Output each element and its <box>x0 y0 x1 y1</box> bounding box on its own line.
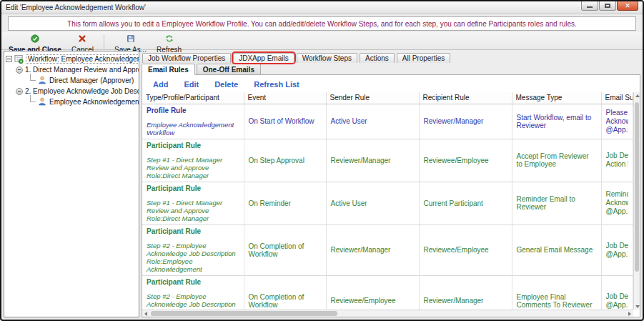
rule-type: Profile Rule <box>147 107 239 114</box>
edit-link[interactable]: Edit <box>184 80 199 89</box>
cell-email-subject: Job Descripti <box>606 292 629 301</box>
close-button[interactable]: ✕ <box>617 1 638 11</box>
minimize-button[interactable] <box>581 1 598 11</box>
col-event[interactable]: Event <box>244 92 326 104</box>
add-link[interactable]: Add <box>153 80 168 89</box>
workflow-tree-panel: Workflow: Employee Acknowledgement Workf… <box>4 51 139 317</box>
table-header-row: Type/Profile/Participant Event Sender Ru… <box>142 92 633 104</box>
sub-tabs: Email Rules One-Off Emails <box>142 63 640 75</box>
cell-event: On Start of Workflow <box>249 117 314 125</box>
maximize-button[interactable] <box>599 1 616 11</box>
cell-sender: Active User <box>331 117 367 125</box>
tab-job-workflow-properties[interactable]: Job Workflow Properties <box>142 53 231 63</box>
tree-participant-employee-ack[interactable]: Employee Acknowledgement (Approver) <box>6 97 137 107</box>
window-controls: ✕ <box>581 1 638 11</box>
info-banner-text: This form allows you to edit a Employee … <box>67 20 577 28</box>
email-rules-content: Add Edit Delete Refresh List Type/Profil… <box>142 74 640 317</box>
tree-step-1-label[interactable]: 1. Direct Manager Review and Approve <box>25 66 139 74</box>
subtab-one-off-emails[interactable]: One-Off Emails <box>197 64 261 75</box>
toolbar: Save and Close Cancel Save As... Refresh <box>1 32 643 50</box>
tree-participant-1-label[interactable]: Direct Manager (Approver) <box>49 76 134 84</box>
horizontal-scrollbar-thumb[interactable] <box>151 311 337 316</box>
cell-email-subject: Job Descripti <box>606 152 629 160</box>
col-recipient-rule[interactable]: Recipient Rule <box>419 92 512 104</box>
edit-workflow-dialog: Edit 'Employee Acknowledgement Workflow'… <box>0 0 644 321</box>
cancel-x-icon <box>78 33 86 46</box>
cell-message-type: Employee Final Comments To Reviewer <box>517 293 593 309</box>
scroll-right-icon[interactable] <box>626 310 633 317</box>
rule-detail: Step #1 - Direct Manager Review and Appr… <box>147 156 239 172</box>
cell-recipient: Reviewee/Employee <box>424 157 489 164</box>
toolbar-separator <box>104 34 104 49</box>
window-title: Edit 'Employee Acknowledgement Workflow' <box>6 4 146 11</box>
tree-step-2-label[interactable]: 2. Employee Acknowledge Job Description <box>25 87 139 95</box>
rule-type: Participant Rule <box>147 278 239 286</box>
cell-event: On Completion of Workflow <box>249 293 304 309</box>
col-email-subject[interactable]: Email Subject <box>601 92 633 104</box>
tree-connector <box>30 74 36 81</box>
delete-link[interactable]: Delete <box>214 80 238 89</box>
vertical-scrollbar-thumb[interactable] <box>635 102 639 272</box>
cell-email-subject: Reminder: Pl <box>606 190 629 199</box>
email-rules-table: Type/Profile/Participant Event Sender Ru… <box>142 92 633 317</box>
cell-event: On Step Approval <box>249 157 304 164</box>
table-row-participant-rule[interactable]: Participant Rule Step #1 - Direct Manage… <box>142 182 633 224</box>
tree-connector <box>30 95 36 102</box>
cell-recipient: Current Participant <box>424 199 483 207</box>
cell-sender: Reviewee/Employee <box>331 297 396 305</box>
email-rules-grid-area: Type/Profile/Participant Event Sender Ru… <box>142 92 640 317</box>
tab-workflow-steps[interactable]: Workflow Steps <box>297 53 357 63</box>
scroll-up-icon[interactable] <box>634 92 640 99</box>
tab-jdxapp-emails[interactable]: JDXApp Emails <box>233 53 294 63</box>
check-circle-icon <box>31 33 39 46</box>
collapse-circle-icon[interactable] <box>16 66 23 74</box>
table-row-participant-rule[interactable]: Participant Rule Step #1 - Direct Manage… <box>142 139 633 182</box>
save-disk-icon <box>127 33 135 46</box>
tree-root-label[interactable]: Workflow: Employee Acknowledgement Workf… <box>26 54 139 64</box>
person-icon <box>38 97 47 107</box>
horizontal-scrollbar[interactable] <box>142 310 633 317</box>
cell-event: On Reminder <box>249 199 291 207</box>
workflow-icon <box>14 54 24 64</box>
tab-all-properties[interactable]: All Properties <box>397 53 450 63</box>
cell-recipient: Reviewer/Manager <box>424 117 484 125</box>
info-banner: This form allows you to edit a Employee … <box>8 16 636 31</box>
scroll-down-icon[interactable] <box>634 303 640 310</box>
person-icon <box>38 76 47 85</box>
subtab-email-rules[interactable]: Email Rules <box>142 64 195 75</box>
tree-root-workflow[interactable]: Workflow: Employee Acknowledgement Workf… <box>6 54 137 64</box>
banner-wrap: This form allows you to edit a Employee … <box>1 14 643 32</box>
cell-email-subject: Please compl <box>606 109 629 117</box>
cell-sender: Reviewer/Manager <box>331 246 391 254</box>
tree-participant-2-label[interactable]: Employee Acknowledgement (Approver) <box>49 98 139 106</box>
cell-message-type: Accept From Reviewer to Employee <box>517 152 589 168</box>
cell-sender: Reviewer/Manager <box>331 157 391 164</box>
title-bar: Edit 'Employee Acknowledgement Workflow'… <box>1 1 643 14</box>
close-icon: ✕ <box>625 3 630 9</box>
rule-type: Participant Rule <box>147 227 239 235</box>
refresh-list-link[interactable]: Refresh List <box>254 80 299 89</box>
maximize-icon <box>605 4 610 8</box>
cell-recipient: Reviewee/Employee <box>424 246 489 254</box>
scroll-left-icon[interactable] <box>142 310 149 317</box>
refresh-arrows-icon <box>165 33 174 46</box>
tree-step-1[interactable]: 1. Direct Manager Review and Approve <box>6 64 137 75</box>
collapse-circle-icon[interactable] <box>16 88 23 95</box>
tree-participant-direct-manager[interactable]: Direct Manager (Approver) <box>6 75 137 86</box>
tree-step-2[interactable]: 2. Employee Acknowledge Job Description <box>6 86 137 97</box>
rule-type: Participant Rule <box>147 142 239 149</box>
cell-recipient: Reviewer/Manager <box>424 297 484 305</box>
col-message-type[interactable]: Message Type <box>512 92 601 104</box>
cell-sender: Active User <box>331 199 367 207</box>
rule-detail: Employee Acknowledgement Workflow <box>147 121 239 137</box>
col-sender-rule[interactable]: Sender Rule <box>326 92 419 104</box>
col-type-profile-participant[interactable]: Type/Profile/Participant <box>142 92 244 104</box>
rule-detail: Step #2 - Employee Acknowledge Job Descr… <box>147 242 239 257</box>
main-area: Workflow: Employee Acknowledgement Workf… <box>1 50 643 320</box>
table-row-profile-rule[interactable]: Profile Rule Employee Acknowledgement Wo… <box>142 104 633 139</box>
tab-actions[interactable]: Actions <box>360 53 395 63</box>
rule-detail: Step #1 - Direct Manager Review and Appr… <box>147 199 239 214</box>
collapse-toggle-icon[interactable] <box>6 56 12 62</box>
vertical-scrollbar[interactable] <box>633 92 640 310</box>
table-row-participant-rule[interactable]: Participant Rule Step #2 - Employee Ackn… <box>142 224 633 275</box>
